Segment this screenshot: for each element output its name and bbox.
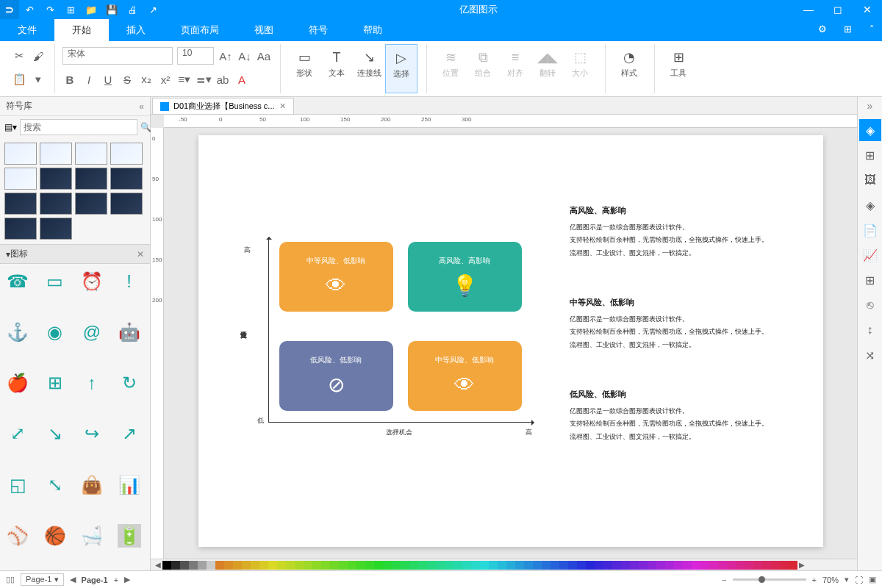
color-swatch[interactable] xyxy=(700,561,709,570)
color-swatch[interactable] xyxy=(762,561,771,570)
grid-icon[interactable]: ⊞ xyxy=(43,371,67,395)
expand-icon[interactable]: ⤢ xyxy=(6,422,29,445)
color-swatch[interactable] xyxy=(409,561,418,570)
align-button[interactable]: ≡对齐 xyxy=(499,44,531,93)
next-page-icon[interactable]: ▶ xyxy=(124,575,130,584)
color-swatch[interactable] xyxy=(674,561,683,570)
color-swatch[interactable] xyxy=(753,561,762,570)
color-swatch[interactable] xyxy=(198,561,207,570)
layout-panel-tab[interactable]: ⊞ xyxy=(859,144,881,166)
id-card-icon[interactable]: ▭ xyxy=(43,270,67,293)
color-swatch[interactable] xyxy=(515,561,524,570)
image-panel-tab[interactable]: 🖼 xyxy=(859,169,881,191)
color-swatch[interactable] xyxy=(295,561,304,570)
bg-thumb[interactable] xyxy=(110,168,143,190)
settings-icon[interactable]: ⚙ xyxy=(811,19,834,39)
canvas-page[interactable]: 高 低 高 商业重要性 选择机会 中等风险、低影响👁 高风险、高影响💡 低风险、… xyxy=(198,135,823,547)
text-block-3[interactable]: 低风险、低影响亿图图示是一款综合图形图表设计软件。支持轻松绘制百余种图，无需绘图… xyxy=(570,389,790,444)
layer-panel-tab[interactable]: ◈ xyxy=(859,194,881,216)
color-swatch[interactable] xyxy=(392,561,401,570)
color-swatch[interactable] xyxy=(789,561,797,570)
color-swatch[interactable] xyxy=(383,561,392,570)
clock-icon[interactable]: ⏰ xyxy=(80,270,104,293)
collapse-left-icon[interactable]: « xyxy=(139,101,144,112)
position-button[interactable]: ≋位置 xyxy=(434,44,467,93)
size-button[interactable]: ⬚大小 xyxy=(564,44,596,93)
export-button[interactable]: ↗ xyxy=(143,4,163,15)
color-swatch[interactable] xyxy=(471,561,480,570)
color-swatch[interactable] xyxy=(436,561,445,570)
aperture-icon[interactable]: ◉ xyxy=(43,320,67,344)
print-button[interactable]: 🖨 xyxy=(122,4,143,15)
spacing-panel-tab[interactable]: ↕ xyxy=(859,319,881,341)
cut-icon[interactable]: ✂ xyxy=(12,49,26,63)
color-swatch[interactable] xyxy=(330,561,339,570)
color-swatch[interactable] xyxy=(595,561,603,570)
fullscreen-icon[interactable]: ▣ xyxy=(869,575,876,584)
save-button[interactable]: 💾 xyxy=(101,4,122,15)
color-swatch[interactable] xyxy=(489,561,498,570)
refresh-icon[interactable]: ↻ xyxy=(118,371,141,395)
zoom-level[interactable]: 70% xyxy=(822,576,839,584)
text-block-1[interactable]: 高风险、高影响亿图图示是一款综合图形图表设计软件。支持轻松绘制百余种图，无需绘图… xyxy=(570,205,790,260)
color-swatch[interactable] xyxy=(162,561,171,570)
text-block-2[interactable]: 中等风险、低影响亿图图示是一款综合图形图表设计软件。支持轻松绘制百余种图，无需绘… xyxy=(570,297,790,352)
font-family-select[interactable]: 宋体 xyxy=(62,47,173,65)
flip-button[interactable]: ◢◣翻转 xyxy=(531,44,564,93)
color-swatch[interactable] xyxy=(498,561,506,570)
bg-thumb[interactable] xyxy=(75,143,107,165)
color-swatch[interactable] xyxy=(665,561,674,570)
quadrant-top-right[interactable]: 高风险、高影响💡 xyxy=(408,242,522,312)
color-swatch[interactable] xyxy=(692,561,700,570)
baseball-icon[interactable]: ⚾ xyxy=(6,524,29,548)
color-swatch[interactable] xyxy=(268,561,277,570)
arrow-up-icon[interactable]: ↑ xyxy=(80,371,104,395)
italic-icon[interactable]: I xyxy=(82,72,96,87)
color-swatch[interactable] xyxy=(533,561,542,570)
color-swatch[interactable] xyxy=(727,561,736,570)
strike-icon[interactable]: S xyxy=(120,72,135,87)
connector-tool-button[interactable]: ↘连接线 xyxy=(353,44,385,93)
contact-icon[interactable]: ☎ xyxy=(6,270,29,293)
bg-thumb[interactable] xyxy=(40,143,72,165)
color-swatch[interactable] xyxy=(771,561,780,570)
color-swatch[interactable] xyxy=(568,561,577,570)
collapse-right-icon[interactable]: » xyxy=(867,100,873,112)
color-swatch[interactable] xyxy=(612,561,621,570)
undo-button[interactable]: ↶ xyxy=(19,4,40,15)
color-swatch[interactable] xyxy=(506,561,515,570)
bg-thumb[interactable] xyxy=(40,193,72,215)
color-swatch[interactable] xyxy=(242,561,251,570)
color-swatch[interactable] xyxy=(648,561,656,570)
tab-layout[interactable]: 页面布局 xyxy=(163,19,237,41)
bullet-icon[interactable]: ≡▾ xyxy=(177,72,192,87)
tab-symbol[interactable]: 符号 xyxy=(291,19,345,41)
quadrant-top-left[interactable]: 中等风险、低影响👁 xyxy=(279,242,393,312)
zoom-in-icon[interactable]: + xyxy=(812,576,817,584)
bag-icon[interactable]: 👜 xyxy=(80,473,104,497)
tab-view[interactable]: 视图 xyxy=(237,19,291,41)
color-swatch[interactable] xyxy=(480,561,489,570)
bg-thumb[interactable] xyxy=(4,143,37,165)
at-icon[interactable]: @ xyxy=(80,320,104,344)
color-swatch[interactable] xyxy=(259,561,268,570)
new-button[interactable]: ⊞ xyxy=(60,4,81,15)
close-tab-icon[interactable]: ✕ xyxy=(279,101,286,111)
trend-right-icon[interactable]: ↪ xyxy=(80,422,104,445)
group-button[interactable]: ⧉组合 xyxy=(467,44,499,93)
color-swatch[interactable] xyxy=(304,561,312,570)
bg-thumb[interactable] xyxy=(75,193,107,215)
style-button[interactable]: ◔样式 xyxy=(613,44,645,93)
color-swatch[interactable] xyxy=(356,561,365,570)
tab-insert[interactable]: 插入 xyxy=(109,19,163,41)
collapse-ribbon-icon[interactable]: ˄ xyxy=(862,19,882,39)
paste-icon[interactable]: 📋 xyxy=(12,72,26,87)
bg-thumb[interactable] xyxy=(75,168,107,190)
font-shrink-icon[interactable]: A↓ xyxy=(237,49,252,63)
numbering-icon[interactable]: ≣▾ xyxy=(196,72,211,87)
open-button[interactable]: 📁 xyxy=(81,4,101,15)
color-swatch[interactable] xyxy=(630,561,639,570)
basketball-icon[interactable]: 🏀 xyxy=(43,524,67,548)
color-swatch[interactable] xyxy=(321,561,330,570)
quadrant-bottom-left[interactable]: 低风险、低影响⊘ xyxy=(279,341,393,411)
